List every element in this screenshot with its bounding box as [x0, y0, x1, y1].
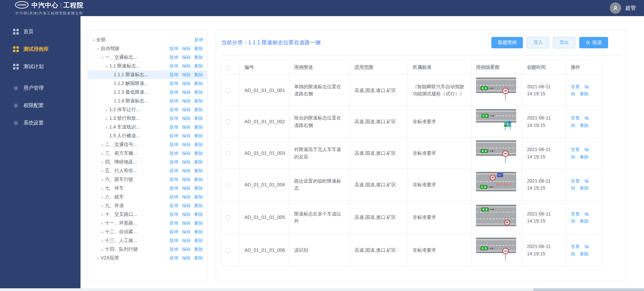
expander-icon[interactable]: ▾: [91, 38, 96, 42]
expander-icon[interactable]: ▸: [104, 126, 109, 129]
tree-add-link[interactable]: 新增: [169, 177, 178, 183]
tree-delete-link[interactable]: 删除: [194, 89, 203, 95]
tree-delete-link[interactable]: 删除: [194, 107, 203, 113]
tree-node-label[interactable]: 八、超车: [105, 194, 124, 200]
sidebar-item-home[interactable]: 首页: [0, 23, 80, 40]
view-link[interactable]: 查看: [571, 211, 580, 216]
tree-delete-link[interactable]: 删除: [194, 211, 203, 217]
tree-add-link[interactable]: 新增: [169, 89, 178, 95]
expander-icon[interactable]: ▸: [100, 187, 105, 190]
create-case-button[interactable]: 新建用例: [491, 37, 523, 48]
tree-add-link[interactable]: 新增: [169, 81, 178, 87]
sidebar-item-test-plan[interactable]: 测试计划: [0, 58, 80, 75]
expander-icon[interactable]: ▸: [100, 222, 105, 225]
expander-icon[interactable]: ▸: [100, 178, 105, 182]
tree-node-label[interactable]: 1.1.3 最低限速...: [114, 89, 148, 95]
tree-edit-link[interactable]: 编辑: [182, 54, 191, 60]
tree-node-label[interactable]: 一、交通标志...: [105, 54, 137, 60]
tree-add-link[interactable]: 新增: [169, 211, 178, 217]
view-link[interactable]: 查看: [571, 115, 580, 120]
tree-delete-link[interactable]: 删除: [194, 124, 203, 130]
tree-delete-link[interactable]: 删除: [194, 185, 203, 191]
tree-node-label[interactable]: 自动驾驶: [101, 46, 119, 52]
tree-delete-link[interactable]: 删除: [194, 255, 203, 261]
import-button[interactable]: 导入: [527, 37, 549, 48]
tree-add-link[interactable]: 新增: [169, 150, 178, 156]
tree-delete-link[interactable]: 删除: [194, 203, 203, 209]
tree-node-label[interactable]: 十二、自动紧...: [105, 229, 137, 235]
delete-link[interactable]: 删除: [580, 186, 589, 191]
row-checkbox[interactable]: [226, 215, 230, 220]
expander-icon[interactable]: ▸: [100, 204, 105, 208]
tree-node-label[interactable]: 七、停车: [105, 185, 124, 191]
tree-node[interactable]: ▾一、交通标志...新增编辑删除: [88, 53, 207, 62]
row-checkbox[interactable]: [226, 151, 230, 156]
tree-delete-link[interactable]: 删除: [194, 168, 203, 174]
tree-delete-link[interactable]: 删除: [194, 220, 203, 226]
expander-icon[interactable]: ▸: [104, 108, 109, 112]
tree-add-link[interactable]: 新增: [169, 46, 178, 52]
tree-node-label[interactable]: 四、障碍物及...: [105, 159, 137, 165]
expander-icon[interactable]: ▸: [100, 230, 105, 234]
expander-icon[interactable]: ▸: [100, 143, 105, 147]
tree-node-label[interactable]: 1.2 停车让行...: [109, 107, 140, 113]
tree-delete-link[interactable]: 删除: [194, 150, 203, 156]
tree-add-link[interactable]: 新增: [169, 220, 178, 226]
tree-node-label[interactable]: 1.1.1 限速标志...: [114, 72, 148, 78]
tree-edit-link[interactable]: 编辑: [182, 211, 191, 217]
tree-edit-link[interactable]: 编辑: [182, 72, 191, 78]
delete-link[interactable]: 删除: [580, 123, 589, 128]
delete-link[interactable]: 删除: [580, 91, 589, 96]
expander-icon[interactable]: ▸: [104, 117, 109, 120]
tree-add-link[interactable]: 新增: [169, 255, 178, 261]
tree-node-label[interactable]: V2X应用: [101, 255, 119, 261]
expander-icon[interactable]: ▾: [100, 56, 105, 59]
tree-add-link[interactable]: 新增: [194, 37, 203, 43]
expander-icon[interactable]: ▸: [100, 160, 105, 164]
expander-icon[interactable]: ▾: [104, 64, 109, 68]
tree-node[interactable]: 1.5 人行横道...新增编辑删除: [88, 132, 207, 140]
tree-add-link[interactable]: 新增: [169, 72, 178, 78]
select-all-checkbox[interactable]: [226, 65, 230, 70]
tree-edit-link[interactable]: 编辑: [182, 246, 191, 252]
tree-edit-link[interactable]: 编辑: [182, 203, 191, 209]
tree-edit-link[interactable]: 编辑: [182, 185, 191, 191]
tree-node[interactable]: ▸三、前方车辆...新增编辑删除: [88, 149, 207, 158]
tree-node-label[interactable]: 全部: [96, 37, 106, 43]
user-avatar[interactable]: [610, 2, 621, 14]
tree-edit-link[interactable]: 编辑: [182, 81, 191, 87]
expander-icon[interactable]: ▸: [96, 256, 101, 260]
tree-node-label[interactable]: 十三、人工操...: [105, 238, 137, 244]
expander-icon[interactable]: ▸: [100, 213, 105, 216]
tree-delete-link[interactable]: 删除: [194, 98, 203, 104]
tree-node[interactable]: ▸八、超车新增编辑删除: [88, 193, 207, 201]
tree-edit-link[interactable]: 编辑: [182, 220, 191, 226]
tree-edit-link[interactable]: 编辑: [182, 238, 191, 244]
tree-add-link[interactable]: 新增: [169, 168, 178, 174]
tree-node[interactable]: ▸四、障碍物及...新增编辑删除: [88, 158, 207, 166]
tree-node[interactable]: ▾自动驾驶新增编辑删除: [88, 44, 207, 53]
tree-node-label[interactable]: 五、行人和非...: [105, 168, 137, 174]
tree-node[interactable]: ▸十二、自动紧...新增编辑删除: [88, 228, 207, 236]
tree-edit-link[interactable]: 编辑: [182, 115, 191, 122]
tree-node[interactable]: ▸十三、人工操...新增编辑删除: [88, 236, 207, 245]
tree-node[interactable]: ▾全部新增: [88, 36, 207, 44]
tree-node[interactable]: 1.1.4 限速标志...新增编辑删除: [88, 97, 207, 105]
tree-add-link[interactable]: 新增: [169, 229, 178, 235]
tree-edit-link[interactable]: 编辑: [182, 107, 191, 113]
view-link[interactable]: 查看: [571, 179, 580, 184]
tree-add-link[interactable]: 新增: [169, 185, 178, 191]
delete-link[interactable]: 删除: [580, 219, 589, 224]
filter-button[interactable]: 筛选: [579, 37, 608, 48]
tree-node-label[interactable]: 1.3 禁行和禁...: [109, 115, 140, 122]
tree-delete-link[interactable]: 删除: [194, 81, 203, 87]
sidebar-item-test-case-library[interactable]: 测试用例库: [0, 40, 80, 58]
tree-node-label[interactable]: 1.1 限速标志...: [109, 63, 140, 69]
tree-edit-link[interactable]: 编辑: [182, 194, 191, 200]
tree-edit-link[interactable]: 编辑: [182, 63, 191, 69]
delete-link[interactable]: 删除: [580, 154, 589, 159]
tree-edit-link[interactable]: 编辑: [182, 177, 191, 183]
tree-node[interactable]: 1.1.2 解除限速...新增编辑删除: [88, 79, 207, 88]
tree-node-label[interactable]: 十四、队列行驶: [105, 246, 138, 252]
tree-delete-link[interactable]: 删除: [194, 177, 203, 183]
